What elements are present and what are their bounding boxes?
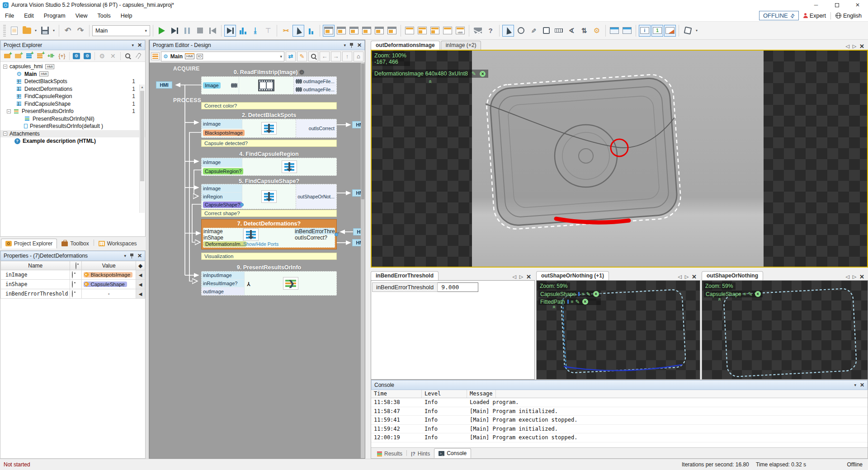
profiler-button[interactable] [305,25,317,37]
select-tool-button[interactable] [502,25,514,37]
attachments-button[interactable] [134,51,143,61]
col-message[interactable]: Message [467,390,496,398]
tool-settings-button[interactable]: ⚙ [591,25,603,37]
tab-inimage[interactable]: inImage (+2) [441,41,481,50]
search-button[interactable] [123,51,132,61]
new-worker-task-button[interactable]: ⚙ [72,51,81,61]
col-header-visibility[interactable] [70,261,82,270]
close-view-icon[interactable]: ✕ [859,273,864,280]
pin-icon[interactable] [349,43,354,48]
save-dropdown[interactable]: ▾ [52,28,56,33]
language-selector[interactable]: English [835,13,862,19]
switch-variant-button[interactable]: ⇄ [286,52,296,61]
menu-file[interactable]: File [0,11,19,21]
show-hide-ports-link[interactable]: Show/Hide Ports [243,241,278,247]
layer-list-icon[interactable]: ≡ [744,291,746,296]
run-button[interactable] [156,25,168,37]
tree-scrollbar[interactable]: ▲ [139,85,145,213]
collapse-icon[interactable]: − [3,132,7,136]
tree-item-detectblackspots[interactable]: DetectBlackSpots 1 [0,78,145,85]
next-tab-icon[interactable]: ▷ [519,274,523,280]
open-dropdown[interactable]: ▾ [33,28,38,33]
rectangle-tool-button[interactable] [540,25,552,37]
editor-menu-button[interactable] [151,52,160,61]
add-macrofilter-button[interactable] [2,51,12,61]
block-title[interactable]: 9. PresentResultsOrInfo [201,264,337,271]
collapse-icon[interactable]: − [7,109,11,113]
panel-close-icon[interactable]: ✕ [860,382,864,388]
tab-outshapeornothing-1[interactable]: outShapeOrNothing (+1) [536,271,609,280]
property-value[interactable]: CapsuleShape [82,280,136,289]
block-findcapsuleshape[interactable]: inImage inRegion CapsuleShape? outShapeO… [201,184,337,209]
block-title[interactable]: 0. ReadFilmstrip(Image)⚙ [201,69,337,75]
tab-results[interactable]: Results [373,449,406,458]
menu-program[interactable]: Program [39,11,71,21]
col-header-value[interactable]: Value [82,261,136,270]
port-inimage[interactable]: inImage [202,119,242,129]
port-image[interactable]: Image [203,82,221,89]
value-input[interactable]: 9.000 [438,282,478,292]
draw-results-button[interactable] [664,25,676,37]
connect-port-button[interactable]: ◀ [136,270,145,280]
toolbar-handle[interactable] [3,25,6,37]
maximize-button[interactable] [826,0,847,10]
expert-mode[interactable]: Expert [803,13,826,19]
view-data-window-button[interactable] [361,25,373,37]
panel-close-icon[interactable]: ✕ [137,42,142,48]
ruler-tool-button[interactable] [553,25,565,37]
navigate-home-button[interactable]: ⌂ [354,52,363,61]
pin-icon[interactable] [130,254,134,258]
new-task-button[interactable] [35,51,45,61]
edit-layer-icon[interactable]: ✎ [748,291,753,297]
layer-list-icon[interactable]: ≡ [571,299,573,304]
panel-menu-icon[interactable]: ▾ [344,43,346,47]
help-button[interactable]: ? [485,25,496,37]
prev-tab-icon[interactable]: ◁ [845,274,849,280]
port-outshapeornot[interactable]: outShapeOrNot... [296,193,336,201]
iterate-button[interactable] [169,25,180,37]
block-title[interactable]: 2. DetectBlackSpots [201,112,337,118]
previous-iteration-button[interactable] [207,25,218,37]
layer-list-icon[interactable]: ≡ [582,291,584,296]
color-picker-button[interactable]: ✎ [528,25,539,37]
menu-view[interactable]: View [71,11,93,21]
col-level[interactable]: Level [422,390,467,398]
panel-close-icon[interactable]: ✕ [357,42,362,48]
tree-item-main[interactable]: ⚙ Main HMI [0,70,145,78]
tab-project-explorer[interactable]: Project Explorer [1,239,57,249]
new-filter-button[interactable] [24,51,34,61]
image-preview[interactable]: Zoom: 100% -167, 466 DeformationsImage 6… [371,50,868,268]
zoom-tool-button[interactable] [515,25,527,37]
scroll-up-icon[interactable]: ▲ [140,85,145,90]
save-button[interactable] [39,25,51,37]
port-outimage[interactable]: outImage [202,287,244,295]
block-title[interactable]: 4. FindCapsuleRegion [201,151,337,157]
close-view-icon[interactable]: ✕ [692,273,697,280]
crop-tool-button[interactable] [682,25,693,37]
port-inresultimage[interactable]: inResultImage?Y [202,280,244,288]
port-blackspotsimage[interactable]: BlackspotsImage [203,130,245,136]
prev-tab-icon[interactable]: ◁ [512,274,516,280]
new-folder-button[interactable] [13,51,23,61]
comment-correct-color[interactable]: Correct color? [201,102,337,109]
layout-columns-button[interactable] [442,25,453,37]
tab-inbenderrorthreshold[interactable]: inBendErrorThreshold [371,271,439,280]
collapse-overlay-icon[interactable]: « [551,306,557,312]
value-chip[interactable]: CapsuleShape [84,282,127,287]
panel-menu-icon[interactable]: ▾ [854,383,856,387]
block-title[interactable]: 5. FindCapsuleShape? [201,178,337,184]
value-chip[interactable]: BlackspotsImage [84,272,132,277]
port-ininputimage[interactable]: inInputImage [202,272,244,280]
scroll-thumb[interactable] [140,91,144,181]
add-global-button[interactable]: {+} [57,51,66,61]
connect-port-button[interactable]: ◀ [136,280,145,289]
edit-macrofilter-button[interactable]: ✎ [297,52,307,61]
navigate-up-button[interactable]: ↑ [342,52,352,61]
layout-hmi-button[interactable]: HMI [454,25,466,37]
tree-item-project-root[interactable]: − capsules_hmi HMI [0,63,145,70]
undo-button[interactable]: ↶ [62,25,74,37]
tree-item-variant-default[interactable]: PresentResultsOrInfo(default ) [0,122,145,130]
col-header-name[interactable]: Name [1,261,70,270]
layout-single-button[interactable] [404,25,415,37]
visibility-toggle[interactable] [70,280,82,289]
